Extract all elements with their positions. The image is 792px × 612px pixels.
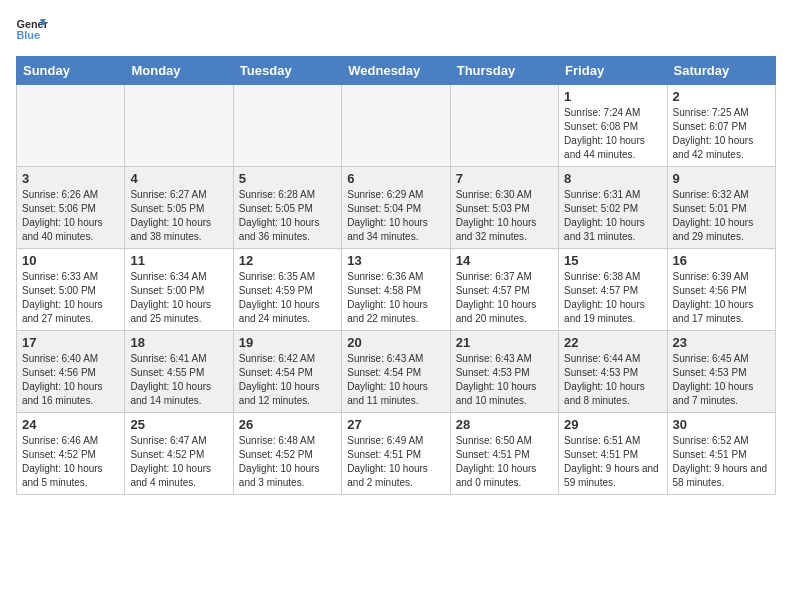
day-number: 27 xyxy=(347,417,444,432)
day-number: 6 xyxy=(347,171,444,186)
calendar-cell: 8Sunrise: 6:31 AM Sunset: 5:02 PM Daylig… xyxy=(559,167,667,249)
day-number: 22 xyxy=(564,335,661,350)
calendar-cell xyxy=(233,85,341,167)
weekday-header-friday: Friday xyxy=(559,57,667,85)
day-info: Sunrise: 6:48 AM Sunset: 4:52 PM Dayligh… xyxy=(239,434,336,490)
day-info: Sunrise: 6:42 AM Sunset: 4:54 PM Dayligh… xyxy=(239,352,336,408)
day-info: Sunrise: 6:36 AM Sunset: 4:58 PM Dayligh… xyxy=(347,270,444,326)
calendar-cell: 9Sunrise: 6:32 AM Sunset: 5:01 PM Daylig… xyxy=(667,167,775,249)
day-number: 29 xyxy=(564,417,661,432)
calendar-cell: 26Sunrise: 6:48 AM Sunset: 4:52 PM Dayli… xyxy=(233,413,341,495)
calendar-cell: 27Sunrise: 6:49 AM Sunset: 4:51 PM Dayli… xyxy=(342,413,450,495)
day-number: 12 xyxy=(239,253,336,268)
calendar-cell: 14Sunrise: 6:37 AM Sunset: 4:57 PM Dayli… xyxy=(450,249,558,331)
calendar-cell: 16Sunrise: 6:39 AM Sunset: 4:56 PM Dayli… xyxy=(667,249,775,331)
week-row-4: 17Sunrise: 6:40 AM Sunset: 4:56 PM Dayli… xyxy=(17,331,776,413)
calendar-cell: 5Sunrise: 6:28 AM Sunset: 5:05 PM Daylig… xyxy=(233,167,341,249)
weekday-header-sunday: Sunday xyxy=(17,57,125,85)
weekday-header-saturday: Saturday xyxy=(667,57,775,85)
day-info: Sunrise: 6:45 AM Sunset: 4:53 PM Dayligh… xyxy=(673,352,770,408)
calendar-table: SundayMondayTuesdayWednesdayThursdayFrid… xyxy=(16,56,776,495)
day-number: 16 xyxy=(673,253,770,268)
weekday-header-row: SundayMondayTuesdayWednesdayThursdayFrid… xyxy=(17,57,776,85)
day-info: Sunrise: 6:38 AM Sunset: 4:57 PM Dayligh… xyxy=(564,270,661,326)
day-info: Sunrise: 6:40 AM Sunset: 4:56 PM Dayligh… xyxy=(22,352,119,408)
day-info: Sunrise: 6:29 AM Sunset: 5:04 PM Dayligh… xyxy=(347,188,444,244)
day-info: Sunrise: 6:32 AM Sunset: 5:01 PM Dayligh… xyxy=(673,188,770,244)
calendar-cell: 23Sunrise: 6:45 AM Sunset: 4:53 PM Dayli… xyxy=(667,331,775,413)
weekday-header-tuesday: Tuesday xyxy=(233,57,341,85)
day-number: 17 xyxy=(22,335,119,350)
day-info: Sunrise: 6:43 AM Sunset: 4:53 PM Dayligh… xyxy=(456,352,553,408)
calendar-cell: 2Sunrise: 7:25 AM Sunset: 6:07 PM Daylig… xyxy=(667,85,775,167)
day-info: Sunrise: 6:33 AM Sunset: 5:00 PM Dayligh… xyxy=(22,270,119,326)
week-row-5: 24Sunrise: 6:46 AM Sunset: 4:52 PM Dayli… xyxy=(17,413,776,495)
day-number: 25 xyxy=(130,417,227,432)
day-info: Sunrise: 6:39 AM Sunset: 4:56 PM Dayligh… xyxy=(673,270,770,326)
calendar-cell: 28Sunrise: 6:50 AM Sunset: 4:51 PM Dayli… xyxy=(450,413,558,495)
weekday-header-monday: Monday xyxy=(125,57,233,85)
day-number: 28 xyxy=(456,417,553,432)
calendar-cell: 30Sunrise: 6:52 AM Sunset: 4:51 PM Dayli… xyxy=(667,413,775,495)
day-info: Sunrise: 6:30 AM Sunset: 5:03 PM Dayligh… xyxy=(456,188,553,244)
calendar-cell xyxy=(342,85,450,167)
weekday-header-thursday: Thursday xyxy=(450,57,558,85)
day-number: 8 xyxy=(564,171,661,186)
day-number: 2 xyxy=(673,89,770,104)
day-number: 23 xyxy=(673,335,770,350)
calendar-cell: 10Sunrise: 6:33 AM Sunset: 5:00 PM Dayli… xyxy=(17,249,125,331)
day-number: 19 xyxy=(239,335,336,350)
day-info: Sunrise: 6:43 AM Sunset: 4:54 PM Dayligh… xyxy=(347,352,444,408)
week-row-2: 3Sunrise: 6:26 AM Sunset: 5:06 PM Daylig… xyxy=(17,167,776,249)
calendar-cell: 20Sunrise: 6:43 AM Sunset: 4:54 PM Dayli… xyxy=(342,331,450,413)
day-info: Sunrise: 6:50 AM Sunset: 4:51 PM Dayligh… xyxy=(456,434,553,490)
calendar-cell: 22Sunrise: 6:44 AM Sunset: 4:53 PM Dayli… xyxy=(559,331,667,413)
header: General Blue xyxy=(16,16,776,44)
calendar-cell: 21Sunrise: 6:43 AM Sunset: 4:53 PM Dayli… xyxy=(450,331,558,413)
week-row-1: 1Sunrise: 7:24 AM Sunset: 6:08 PM Daylig… xyxy=(17,85,776,167)
day-number: 26 xyxy=(239,417,336,432)
svg-text:Blue: Blue xyxy=(16,29,40,41)
calendar-cell: 19Sunrise: 6:42 AM Sunset: 4:54 PM Dayli… xyxy=(233,331,341,413)
calendar-cell: 15Sunrise: 6:38 AM Sunset: 4:57 PM Dayli… xyxy=(559,249,667,331)
day-info: Sunrise: 7:24 AM Sunset: 6:08 PM Dayligh… xyxy=(564,106,661,162)
weekday-header-wednesday: Wednesday xyxy=(342,57,450,85)
day-number: 3 xyxy=(22,171,119,186)
day-number: 15 xyxy=(564,253,661,268)
day-info: Sunrise: 6:47 AM Sunset: 4:52 PM Dayligh… xyxy=(130,434,227,490)
day-info: Sunrise: 6:46 AM Sunset: 4:52 PM Dayligh… xyxy=(22,434,119,490)
day-info: Sunrise: 6:35 AM Sunset: 4:59 PM Dayligh… xyxy=(239,270,336,326)
day-info: Sunrise: 6:51 AM Sunset: 4:51 PM Dayligh… xyxy=(564,434,661,490)
day-number: 20 xyxy=(347,335,444,350)
day-number: 4 xyxy=(130,171,227,186)
week-row-3: 10Sunrise: 6:33 AM Sunset: 5:00 PM Dayli… xyxy=(17,249,776,331)
calendar-cell xyxy=(17,85,125,167)
calendar-cell: 12Sunrise: 6:35 AM Sunset: 4:59 PM Dayli… xyxy=(233,249,341,331)
logo: General Blue xyxy=(16,16,48,44)
day-number: 14 xyxy=(456,253,553,268)
day-number: 9 xyxy=(673,171,770,186)
calendar-cell: 17Sunrise: 6:40 AM Sunset: 4:56 PM Dayli… xyxy=(17,331,125,413)
calendar-cell: 7Sunrise: 6:30 AM Sunset: 5:03 PM Daylig… xyxy=(450,167,558,249)
day-number: 1 xyxy=(564,89,661,104)
day-info: Sunrise: 6:34 AM Sunset: 5:00 PM Dayligh… xyxy=(130,270,227,326)
day-info: Sunrise: 6:26 AM Sunset: 5:06 PM Dayligh… xyxy=(22,188,119,244)
calendar-cell: 4Sunrise: 6:27 AM Sunset: 5:05 PM Daylig… xyxy=(125,167,233,249)
day-info: Sunrise: 7:25 AM Sunset: 6:07 PM Dayligh… xyxy=(673,106,770,162)
day-number: 7 xyxy=(456,171,553,186)
day-info: Sunrise: 6:28 AM Sunset: 5:05 PM Dayligh… xyxy=(239,188,336,244)
calendar-cell: 18Sunrise: 6:41 AM Sunset: 4:55 PM Dayli… xyxy=(125,331,233,413)
day-number: 11 xyxy=(130,253,227,268)
calendar-cell: 1Sunrise: 7:24 AM Sunset: 6:08 PM Daylig… xyxy=(559,85,667,167)
day-info: Sunrise: 6:52 AM Sunset: 4:51 PM Dayligh… xyxy=(673,434,770,490)
day-info: Sunrise: 6:49 AM Sunset: 4:51 PM Dayligh… xyxy=(347,434,444,490)
day-info: Sunrise: 6:41 AM Sunset: 4:55 PM Dayligh… xyxy=(130,352,227,408)
day-number: 13 xyxy=(347,253,444,268)
day-number: 10 xyxy=(22,253,119,268)
day-info: Sunrise: 6:31 AM Sunset: 5:02 PM Dayligh… xyxy=(564,188,661,244)
calendar-cell xyxy=(450,85,558,167)
day-info: Sunrise: 6:27 AM Sunset: 5:05 PM Dayligh… xyxy=(130,188,227,244)
calendar-cell: 6Sunrise: 6:29 AM Sunset: 5:04 PM Daylig… xyxy=(342,167,450,249)
calendar-cell: 24Sunrise: 6:46 AM Sunset: 4:52 PM Dayli… xyxy=(17,413,125,495)
calendar-cell: 29Sunrise: 6:51 AM Sunset: 4:51 PM Dayli… xyxy=(559,413,667,495)
